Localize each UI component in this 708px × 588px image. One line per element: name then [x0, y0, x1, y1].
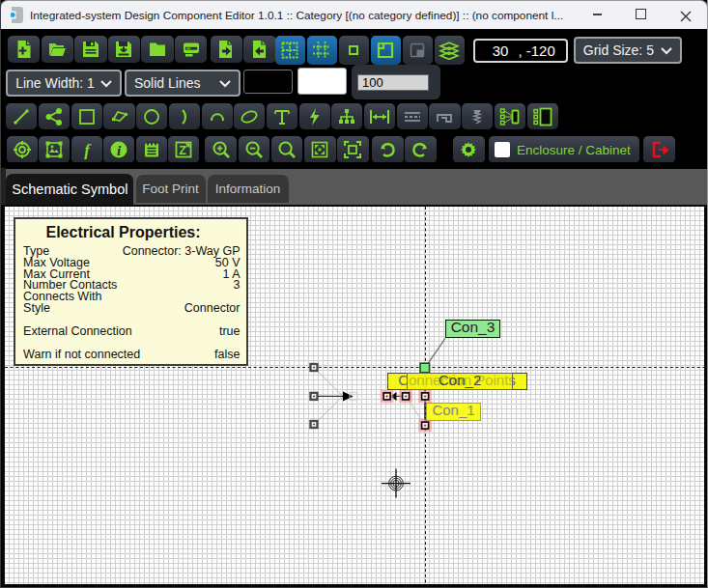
svg-text:Z: Z	[179, 144, 186, 157]
svg-text:f: f	[84, 141, 92, 159]
